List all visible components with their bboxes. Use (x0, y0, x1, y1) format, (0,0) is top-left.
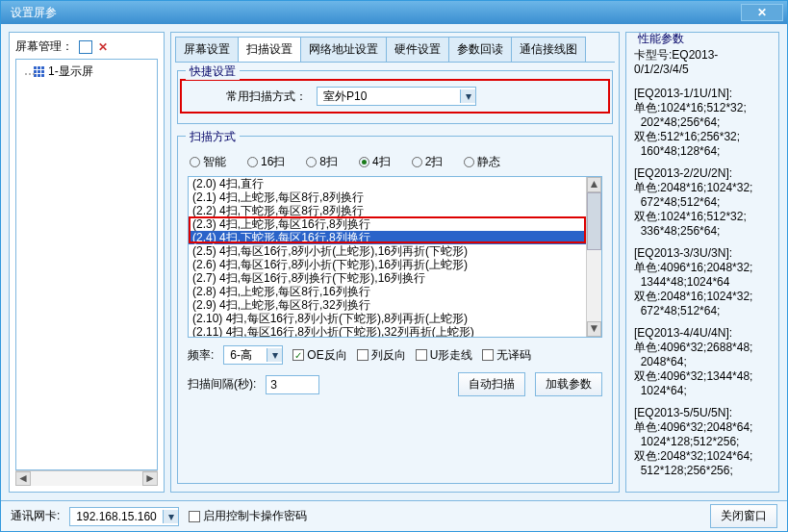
perf-title: 性能参数 (634, 32, 688, 47)
radio-smart[interactable]: 智能 (190, 154, 226, 170)
list-item[interactable]: (2.3) 4扫,上蛇形,每区16行,8列换行 (189, 217, 586, 231)
scan-method-label: 常用扫描方式： (226, 89, 307, 105)
list-vscrollbar[interactable]: ▲ ▼ (586, 177, 601, 337)
perf-line: 1024*128;512*256; (634, 435, 771, 449)
list-item[interactable]: (2.2) 4扫,下蛇形,每区8行,8列换行 (189, 204, 586, 217)
scan-list[interactable]: (2.0) 4扫,直行(2.1) 4扫,上蛇形,每区8行,8列换行(2.2) 4… (188, 176, 602, 338)
radio-static[interactable]: 静态 (464, 154, 500, 170)
tab-network[interactable]: 网络地址设置 (300, 37, 387, 62)
chk-enable-password[interactable]: 启用控制卡操作密码 (189, 508, 307, 524)
scroll-left-icon[interactable]: ◄ (15, 471, 31, 486)
perf-line: 1024*64; (634, 384, 771, 398)
netcard-label: 通讯网卡: (11, 508, 60, 524)
body: 屏幕管理： ✕ ⋯ 1-显示屏 ◄ ► 屏幕设置 扫描设置 (1, 24, 787, 500)
perf-line: 1344*48;1024*64 (634, 275, 771, 290)
list-item[interactable]: (2.11) 4扫,每区16行,8列小折(下蛇形),32列再折(上蛇形) (189, 325, 586, 338)
perf-group: [EQ2013-2/2U/2N]:单色:2048*16;1024*32; 672… (634, 166, 771, 239)
close-icon[interactable]: ✕ (741, 4, 783, 21)
interval-input[interactable] (266, 375, 319, 394)
list-item[interactable]: (2.5) 4扫,每区16行,8列小折(上蛇形),16列再折(下蛇形) (189, 244, 586, 258)
radio-2[interactable]: 2扫 (412, 154, 444, 170)
tree-connector-icon: ⋯ (24, 67, 36, 81)
list-item[interactable]: (2.6) 4扫,每区16行,8列小折(下蛇形),16列再折(上蛇形) (189, 258, 586, 271)
interval-label: 扫描间隔(秒): (188, 376, 256, 393)
perf-line: 单色:4096*32;2048*64; (634, 420, 771, 435)
radio-8[interactable]: 8扫 (306, 154, 338, 170)
add-screen-icon[interactable] (79, 40, 92, 54)
chevron-down-icon[interactable]: ▾ (267, 348, 282, 362)
perf-group: [EQ2013-3/3U/3N]:单色:4096*16;2048*32; 134… (634, 246, 771, 318)
tree-item-label: 1-显示屏 (48, 63, 93, 80)
list-item[interactable]: (2.9) 4扫,上蛇形,每区8行,32列换行 (189, 298, 586, 312)
list-item[interactable]: (2.8) 4扫,上蛇形,每区8行,16列换行 (189, 285, 586, 298)
perf-line: 336*48;256*64; (634, 224, 771, 239)
load-params-button[interactable]: 加载参数 (535, 372, 602, 396)
list-item[interactable]: (2.1) 4扫,上蛇形,每区8行,8列换行 (189, 190, 586, 204)
freq-label: 频率: (188, 347, 214, 364)
chk-col-reverse[interactable]: 列反向 (357, 347, 406, 364)
chevron-down-icon[interactable]: ▾ (460, 89, 475, 103)
scroll-right-icon[interactable]: ► (142, 471, 158, 486)
tab-wiring[interactable]: 通信接线图 (511, 37, 586, 62)
perf-group-head: [EQ2013-3/3U/3N]: (634, 246, 771, 261)
perf-line: 单色:1024*16;512*32; (634, 101, 771, 115)
perf-line: 单色:4096*16;2048*32; (634, 261, 771, 275)
perf-line: 单色:4096*32;2688*48; (634, 341, 771, 355)
list-item[interactable]: (2.4) 4扫,下蛇形,每区16行,8列换行 (189, 231, 586, 244)
interval-row: 扫描间隔(秒): 自动扫描 加载参数 (188, 372, 602, 396)
freq-combo[interactable]: 6-高▾ (223, 345, 283, 365)
tab-scan[interactable]: 扫描设置 (238, 37, 301, 62)
tab-screen[interactable]: 屏幕设置 (175, 37, 239, 62)
perf-header: 卡型号:EQ2013-0/1/2/3/4/5 (634, 48, 771, 77)
screen-tree[interactable]: ⋯ 1-显示屏 (15, 59, 158, 470)
screen-manage-label: 屏幕管理： (15, 38, 73, 55)
perf-group-head: [EQ2013-2/2U/2N]: (634, 166, 771, 181)
tree-item-screen1[interactable]: 1-显示屏 (20, 63, 153, 80)
perf-line: 202*48;256*64; (634, 115, 771, 130)
scan-method-combo[interactable]: 室外P10 ▾ (317, 87, 476, 106)
chk-no-decode[interactable]: 无译码 (482, 347, 531, 364)
chk-oe-reverse[interactable]: ✓OE反向 (292, 347, 346, 364)
scroll-thumb[interactable] (587, 192, 601, 250)
window-title: 设置屏参 (5, 5, 741, 21)
screen-manage-header: 屏幕管理： ✕ (15, 38, 158, 55)
radio-16[interactable]: 16扫 (247, 154, 285, 170)
list-item[interactable]: (2.10) 4扫,每区16行,8列小折(下蛇形),8列再折(上蛇形) (189, 312, 586, 325)
perf-line: 双色:512*16;256*32; (634, 130, 771, 144)
perf-line: 双色:1024*16;512*32; (634, 210, 771, 224)
close-window-button[interactable]: 关闭窗口 (710, 504, 777, 528)
scan-mode-group: 扫描方式 智能 16扫 8扫 4扫 2扫 静态 (2.0) 4扫,直行(2.1)… (177, 136, 613, 484)
scroll-track[interactable] (31, 471, 142, 486)
tab-hardware[interactable]: 硬件设置 (386, 37, 449, 62)
scroll-track[interactable] (587, 250, 601, 321)
perf-line: 单色:2048*16;1024*32; (634, 181, 771, 195)
radio-4[interactable]: 4扫 (359, 154, 391, 170)
perf-line: 双色:4096*32;1344*48; (634, 369, 771, 384)
scroll-up-icon[interactable]: ▲ (587, 177, 601, 192)
quick-settings-group: 快捷设置 常用扫描方式： 室外P10 ▾ (177, 70, 613, 124)
chk-u-route[interactable]: U形走线 (416, 347, 473, 364)
perf-line: 双色:2048*32;1024*64; (634, 449, 771, 464)
tab-readback[interactable]: 参数回读 (448, 37, 512, 62)
quick-group-title: 快捷设置 (186, 63, 240, 80)
perf-line: 512*128;256*256; (634, 464, 771, 478)
scan-mode-radios: 智能 16扫 8扫 4扫 2扫 静态 (190, 154, 600, 170)
perf-group: [EQ2013-4/4U/4N]:单色:4096*32;2688*48; 204… (634, 326, 771, 398)
freq-row: 频率: 6-高▾ ✓OE反向 列反向 U形走线 无译码 (188, 345, 602, 365)
perf-line: 双色:2048*16;1024*32; (634, 290, 771, 304)
perf-line: 2048*64; (634, 355, 771, 369)
center-panel: 屏幕设置 扫描设置 网络地址设置 硬件设置 参数回读 通信接线图 快捷设置 常用… (170, 32, 620, 493)
auto-scan-button[interactable]: 自动扫描 (458, 372, 525, 396)
footer: 通讯网卡: 192.168.15.160▾ 启用控制卡操作密码 关闭窗口 (1, 500, 787, 531)
list-item[interactable]: (2.0) 4扫,直行 (189, 177, 586, 190)
chevron-down-icon[interactable]: ▾ (163, 510, 178, 523)
list-item[interactable]: (2.7) 4扫,每区16行,8列换行(下蛇形),16列换行 (189, 271, 586, 285)
scroll-down-icon[interactable]: ▼ (587, 321, 601, 337)
perf-line: 672*48;512*64; (634, 195, 771, 210)
quick-highlight-box: 常用扫描方式： 室外P10 ▾ (180, 79, 610, 114)
left-panel: 屏幕管理： ✕ ⋯ 1-显示屏 ◄ ► (9, 32, 165, 493)
tree-hscrollbar[interactable]: ◄ ► (15, 470, 158, 486)
titlebar[interactable]: 设置屏参 ✕ (1, 1, 787, 24)
netcard-combo[interactable]: 192.168.15.160▾ (69, 507, 179, 526)
delete-screen-icon[interactable]: ✕ (98, 40, 108, 54)
